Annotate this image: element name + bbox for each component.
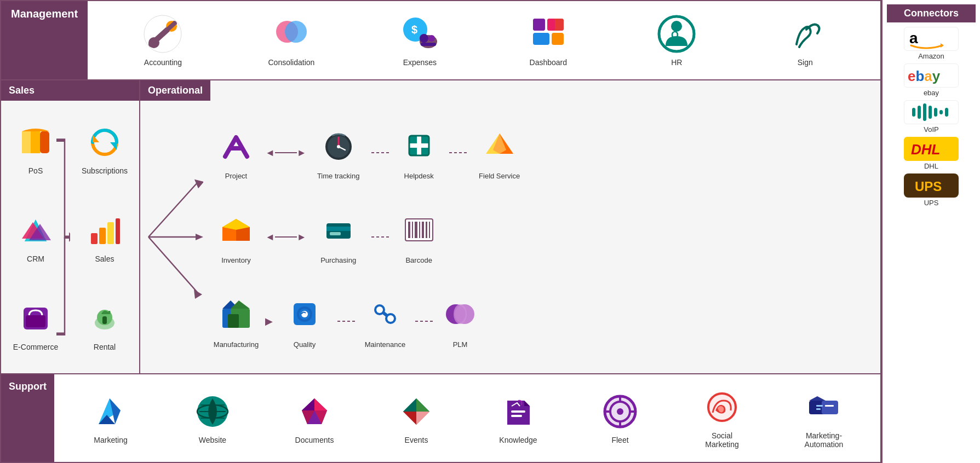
svg-rect-136 (934, 108, 937, 117)
svg-rect-66 (326, 227, 351, 231)
svg-rect-19 (556, 19, 564, 31)
sales-item[interactable]: Sales (74, 211, 135, 263)
expenses-item[interactable]: $ Expenses (389, 14, 450, 67)
fleet-icon (600, 392, 640, 431)
barcode-icon (399, 210, 439, 250)
app-container: Management Accounting (0, 0, 980, 463)
maintenance-item[interactable]: Maintenance (360, 294, 410, 349)
amazon-logo: a (904, 27, 959, 51)
svg-rect-71 (415, 222, 417, 238)
svg-marker-49 (194, 290, 202, 299)
accounting-icon (143, 14, 182, 54)
svg-rect-75 (429, 222, 430, 238)
svg-rect-56 (417, 136, 421, 155)
ecommerce-icon (16, 299, 55, 338)
expenses-icon: $ (400, 14, 439, 54)
management-label: Management (1, 1, 88, 79)
amazon-item[interactable]: a Amazon (887, 27, 976, 60)
svg-rect-67 (330, 232, 341, 235)
operational-label: Operational (140, 80, 210, 101)
svg-marker-104 (302, 398, 314, 410)
subscriptions-item[interactable]: Subscriptions (74, 123, 135, 175)
sign-item[interactable]: Sign (775, 14, 835, 67)
pos-icon (16, 123, 55, 162)
svg-text:a: a (909, 30, 918, 47)
events-item[interactable]: Events (386, 392, 446, 444)
manufacturing-item[interactable]: Manufacturing (211, 294, 261, 349)
accounting-item[interactable]: Accounting (133, 14, 193, 67)
support-row: Support Marketing (1, 374, 880, 462)
op-rows: Project ◄ ► (206, 106, 880, 368)
socialmarketing-icon (702, 387, 742, 427)
ups-item[interactable]: UPS UPS (887, 173, 976, 207)
project-item[interactable]: Project (211, 126, 261, 180)
helpdesk-item[interactable]: Helpdesk (394, 126, 444, 180)
op-row-manufacturing: Manufacturing ▶ (206, 294, 880, 349)
knowledge-item[interactable]: Knowledge (488, 392, 548, 444)
hr-icon: Q (657, 14, 696, 54)
documents-item[interactable]: Documents (284, 392, 345, 444)
knowledge-icon (498, 392, 538, 431)
purchasing-item[interactable]: Purchasing (311, 210, 366, 264)
dashboard-item[interactable]: Dashboard (518, 14, 578, 67)
purchasing-icon (319, 210, 358, 250)
consolidation-icon (272, 14, 311, 54)
marketing-item[interactable]: Marketing (81, 392, 141, 444)
svg-marker-109 (403, 398, 416, 412)
timetracking-item[interactable]: Time tracking (311, 126, 366, 180)
fleet-item[interactable]: Fleet (590, 392, 650, 444)
svg-rect-138 (945, 108, 948, 117)
sign-label: Sign (798, 58, 813, 67)
project-icon (216, 126, 256, 165)
marketingautomation-item[interactable]: Marketing-Automation (794, 387, 854, 449)
svg-marker-111 (416, 412, 429, 425)
ups-logo: UPS (904, 173, 959, 198)
svg-line-44 (148, 182, 198, 237)
sign-icon (786, 14, 825, 54)
maintenance-plm-line (414, 321, 434, 322)
svg-rect-125 (822, 401, 838, 414)
quality-label: Quality (294, 340, 316, 349)
consolidation-item[interactable]: Consolidation (261, 14, 322, 67)
svg-rect-80 (228, 314, 239, 328)
plm-item[interactable]: PLM (438, 294, 482, 349)
svg-rect-27 (40, 131, 49, 153)
svg-marker-34 (69, 232, 70, 242)
voip-item[interactable]: VoIP (887, 100, 976, 134)
events-icon (397, 392, 436, 431)
hr-item[interactable]: Q HR (646, 14, 707, 67)
main-area: Management Accounting (0, 0, 881, 463)
ebay-label: ebay (924, 89, 939, 97)
crm-icon (16, 211, 55, 250)
svg-text:ebay: ebay (908, 68, 941, 84)
barcode-item[interactable]: Barcode (394, 210, 444, 264)
svg-point-11 (428, 35, 435, 42)
rental-item[interactable]: Rental (74, 299, 135, 351)
sales-right-label: Sales (95, 254, 114, 263)
website-item[interactable]: Website (182, 392, 243, 444)
svg-rect-12 (421, 43, 436, 46)
inventory-item[interactable]: Inventory (211, 210, 261, 264)
maintenance-icon (365, 294, 405, 334)
purchasing-barcode-line (370, 236, 390, 238)
svg-point-6 (285, 21, 307, 43)
socialmarketing-item[interactable]: SocialMarketing (692, 387, 752, 449)
fieldservice-item[interactable]: Field Service (472, 126, 527, 180)
ebay-logo: ebay (904, 63, 959, 88)
diagonal-arrows (140, 106, 206, 368)
svg-marker-108 (416, 398, 429, 412)
ecommerce-label: E-Commerce (13, 343, 58, 351)
svg-rect-126 (816, 405, 823, 407)
quality-item[interactable]: Quality (277, 294, 332, 349)
hr-label: HR (671, 58, 682, 67)
documents-label: Documents (295, 436, 334, 444)
dhl-item[interactable]: DHL DHL (887, 137, 976, 170)
ebay-item[interactable]: ebay ebay (887, 63, 976, 97)
svg-rect-112 (511, 410, 525, 413)
svg-rect-113 (511, 415, 522, 417)
svg-rect-33 (26, 315, 45, 327)
svg-text:$: $ (411, 24, 417, 36)
svg-rect-18 (547, 19, 555, 31)
fieldservice-label: Field Service (479, 172, 520, 180)
connectors-col: Connectors a Amazon ebay ebay (881, 0, 980, 463)
